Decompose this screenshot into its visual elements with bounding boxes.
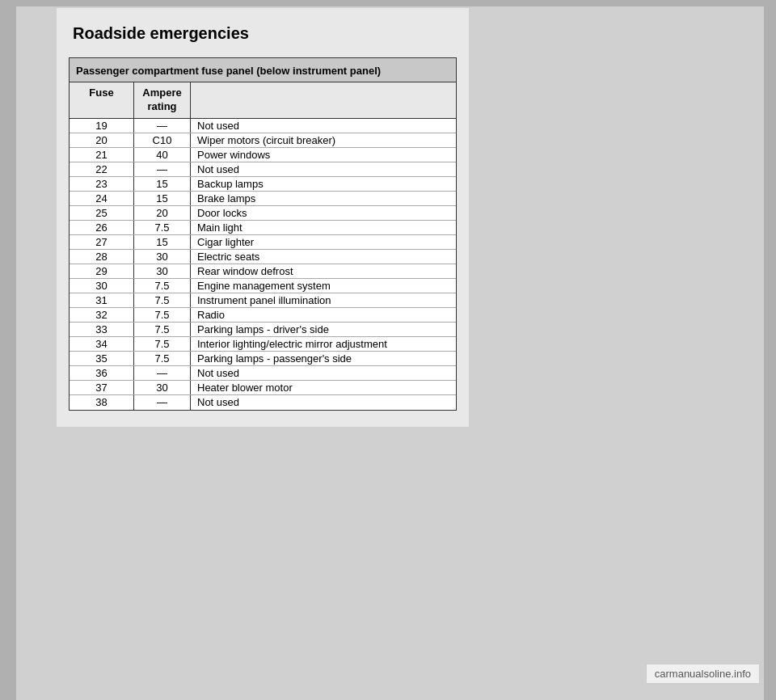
table-row: 2315Backup lamps [70, 177, 456, 192]
cell-ampere-25: 20 [134, 206, 191, 220]
page-edge-right [764, 0, 776, 700]
cell-fuse-22: 22 [70, 162, 134, 176]
table-row: 19—Not used [70, 119, 456, 133]
table-header: Passenger compartment fuse panel (below … [70, 58, 456, 82]
cell-ampere-24: 15 [134, 192, 191, 205]
cell-fuse-28: 28 [70, 250, 134, 264]
cell-desc-31: Instrument panel illumination [191, 293, 456, 307]
col-header-ampere: Ampere rating [134, 82, 191, 118]
cell-fuse-26: 26 [70, 221, 134, 234]
table-row: 2830Electric seats [70, 250, 456, 264]
cell-ampere-19: — [134, 119, 191, 133]
cell-desc-22: Not used [191, 162, 456, 176]
cell-fuse-20: 20 [70, 133, 134, 147]
table-row: 2520Door locks [70, 206, 456, 221]
cell-ampere-38: — [134, 395, 191, 410]
cell-ampere-30: 7.5 [134, 279, 191, 293]
cell-ampere-34: 7.5 [134, 337, 191, 351]
cell-ampere-22: — [134, 162, 191, 176]
table-row: 307.5Engine management system [70, 279, 456, 293]
page-edge-top [0, 0, 776, 6]
cell-fuse-24: 24 [70, 192, 134, 205]
table-row: 337.5Parking lamps - driver's side [70, 323, 456, 337]
cell-fuse-35: 35 [70, 352, 134, 365]
watermark-text: carmanualsoline.info [655, 668, 751, 680]
cell-desc-29: Rear window defrost [191, 264, 456, 278]
cell-fuse-23: 23 [70, 177, 134, 191]
cell-desc-21: Power windows [191, 148, 456, 162]
cell-ampere-23: 15 [134, 177, 191, 191]
table-row: 2415Brake lamps [70, 192, 456, 206]
cell-desc-33: Parking lamps - driver's side [191, 323, 456, 336]
cell-fuse-38: 38 [70, 395, 134, 410]
cell-desc-34: Interior lighting/electric mirror adjust… [191, 337, 456, 351]
cell-fuse-30: 30 [70, 279, 134, 293]
cell-desc-25: Door locks [191, 206, 456, 220]
cell-desc-37: Heater blower motor [191, 381, 456, 394]
cell-desc-36: Not used [191, 366, 456, 380]
table-row: 317.5Instrument panel illumination [70, 293, 456, 308]
cell-desc-19: Not used [191, 119, 456, 133]
cell-fuse-21: 21 [70, 148, 134, 162]
cell-fuse-25: 25 [70, 206, 134, 220]
table-header-normal: (below instrument panel) [254, 65, 381, 77]
table-row: 357.5Parking lamps - passenger's side [70, 352, 456, 366]
cell-fuse-32: 32 [70, 308, 134, 322]
cell-ampere-36: — [134, 366, 191, 380]
cell-desc-27: Cigar lighter [191, 235, 456, 249]
table-row: 347.5Interior lighting/electric mirror a… [70, 337, 456, 352]
cell-fuse-36: 36 [70, 366, 134, 380]
table-row: 36—Not used [70, 366, 456, 381]
page-edge-left [0, 0, 16, 700]
cell-fuse-31: 31 [70, 293, 134, 307]
cell-ampere-28: 30 [134, 250, 191, 264]
cell-fuse-34: 34 [70, 337, 134, 351]
cell-desc-38: Not used [191, 395, 456, 410]
cell-fuse-29: 29 [70, 264, 134, 278]
col-header-fuse: Fuse [70, 82, 134, 118]
table-row: 22—Not used [70, 162, 456, 177]
table-row: 267.5Main light [70, 221, 456, 235]
table-row: 3730Heater blower motor [70, 381, 456, 395]
cell-desc-32: Radio [191, 308, 456, 322]
table-row: 2715Cigar lighter [70, 235, 456, 250]
cell-fuse-33: 33 [70, 323, 134, 336]
page-title: Roadside emergencies [57, 16, 469, 57]
cell-desc-35: Parking lamps - passenger's side [191, 352, 456, 365]
cell-ampere-37: 30 [134, 381, 191, 394]
cell-ampere-26: 7.5 [134, 221, 191, 234]
content-area: Roadside emergencies Passenger compartme… [57, 8, 469, 427]
watermark: carmanualsoline.info [646, 664, 760, 684]
cell-ampere-21: 40 [134, 148, 191, 162]
cell-ampere-29: 30 [134, 264, 191, 278]
table-header-bold: Passenger compartment fuse panel [76, 65, 254, 77]
table-row: 20C10Wiper motors (circuit breaker) [70, 133, 456, 148]
table-row: 327.5Radio [70, 308, 456, 323]
table-row: 2140Power windows [70, 148, 456, 162]
fuse-table: Passenger compartment fuse panel (below … [69, 57, 457, 411]
cell-ampere-31: 7.5 [134, 293, 191, 307]
cell-ampere-27: 15 [134, 235, 191, 249]
cell-ampere-35: 7.5 [134, 352, 191, 365]
cell-ampere-32: 7.5 [134, 308, 191, 322]
cell-desc-26: Main light [191, 221, 456, 234]
column-headers: Fuse Ampere rating [70, 82, 456, 119]
cell-fuse-37: 37 [70, 381, 134, 394]
cell-desc-20: Wiper motors (circuit breaker) [191, 133, 456, 147]
col-header-desc [191, 82, 456, 118]
cell-fuse-27: 27 [70, 235, 134, 249]
table-row: 2930Rear window defrost [70, 264, 456, 279]
cell-desc-23: Backup lamps [191, 177, 456, 191]
table-data-rows: 19—Not used20C10Wiper motors (circuit br… [70, 119, 456, 410]
cell-ampere-33: 7.5 [134, 323, 191, 336]
cell-desc-24: Brake lamps [191, 192, 456, 205]
cell-fuse-19: 19 [70, 119, 134, 133]
table-header-text: Passenger compartment fuse panel (below … [70, 61, 456, 78]
cell-ampere-20: C10 [134, 133, 191, 147]
cell-desc-28: Electric seats [191, 250, 456, 264]
cell-desc-30: Engine management system [191, 279, 456, 293]
table-row: 38—Not used [70, 395, 456, 410]
